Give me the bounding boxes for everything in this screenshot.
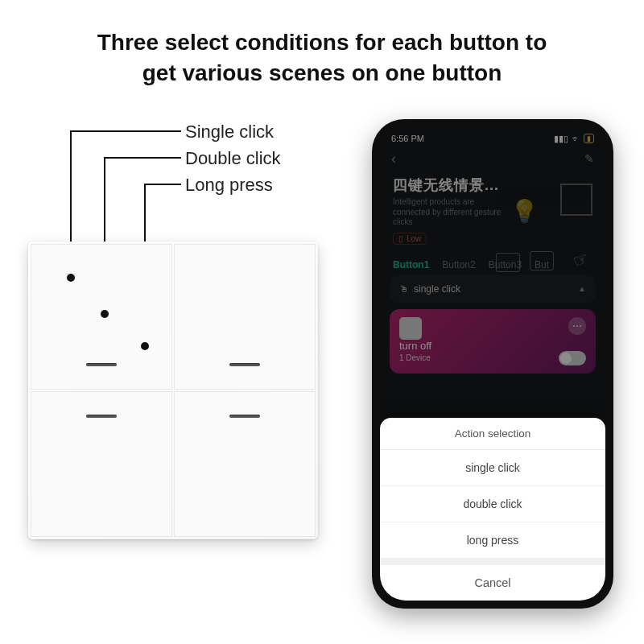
phone-frame: 6:56 PM ▮▮▯ ᯤ ▮ ‹ ✎ 四键无线情景... Intelligen… (372, 119, 613, 609)
switch-key-4[interactable] (174, 391, 316, 537)
switch-panel (28, 242, 318, 539)
callout-long-press: Long press (185, 175, 273, 196)
sheet-option-long[interactable]: long press (380, 522, 605, 559)
callout-dot-double (101, 310, 109, 318)
sheet-option-double[interactable]: double click (380, 486, 605, 522)
page-headline: Three select conditions for each button … (0, 27, 644, 89)
key-slot-icon (86, 415, 117, 418)
sheet-cancel[interactable]: Cancel (380, 565, 605, 601)
action-sheet: Action selection single click double cli… (380, 418, 605, 601)
callout-dot-long (141, 342, 149, 350)
key-slot-icon (229, 363, 260, 366)
callout-dot-single (67, 274, 75, 282)
headline-line1: Three select conditions for each button … (97, 30, 547, 55)
key-slot-icon (229, 415, 260, 418)
switch-key-2[interactable] (174, 244, 316, 390)
sheet-title: Action selection (380, 418, 605, 450)
switch-key-3[interactable] (31, 391, 172, 537)
key-slot-icon (86, 363, 117, 366)
phone-screen: 6:56 PM ▮▮▯ ᯤ ▮ ‹ ✎ 四键无线情景... Intelligen… (380, 127, 605, 601)
sheet-option-single[interactable]: single click (380, 450, 605, 486)
headline-line2: get various scenes on one button (142, 60, 502, 85)
callout-single-click: Single click (185, 122, 274, 142)
callout-double-click: Double click (185, 148, 281, 169)
sheet-gap (380, 559, 605, 565)
